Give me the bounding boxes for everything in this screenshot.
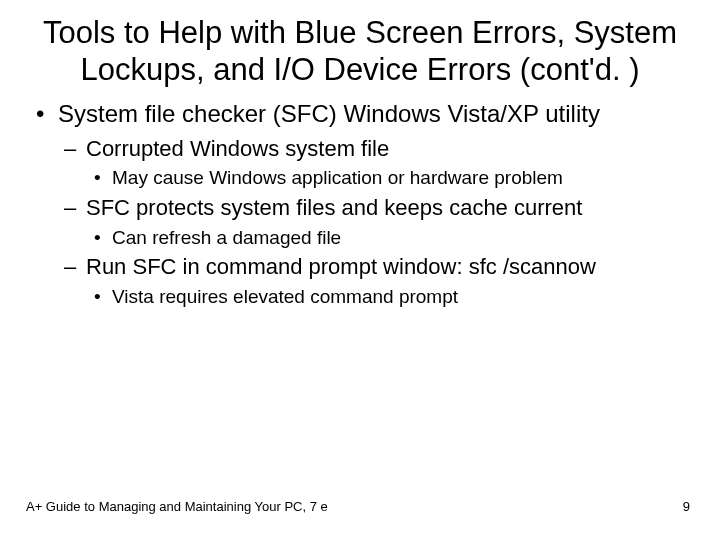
slide: Tools to Help with Blue Screen Errors, S… (0, 0, 720, 540)
slide-number: 9 (683, 499, 690, 514)
bullet-text: SFC protects system files and keeps cach… (86, 195, 582, 220)
bullet-text: May cause Windows application or hardwar… (112, 167, 563, 188)
bullet-text: Vista requires elevated command prompt (112, 286, 458, 307)
list-item: Can refresh a damaged file (86, 225, 692, 251)
bullet-text: Run SFC in command prompt window: sfc /s… (86, 254, 596, 279)
list-item: May cause Windows application or hardwar… (86, 165, 692, 191)
list-item: SFC protects system files and keeps cach… (58, 193, 692, 250)
slide-title: Tools to Help with Blue Screen Errors, S… (0, 0, 720, 88)
bullet-sub-sublist: Can refresh a damaged file (86, 225, 692, 251)
slide-body: System file checker (SFC) Windows Vista/… (0, 88, 720, 309)
bullet-sublist: Corrupted Windows system file May cause … (58, 134, 692, 310)
list-item: Vista requires elevated command prompt (86, 284, 692, 310)
bullet-text: Corrupted Windows system file (86, 136, 389, 161)
bullet-text: System file checker (SFC) Windows Vista/… (58, 100, 600, 127)
list-item: Corrupted Windows system file May cause … (58, 134, 692, 191)
bullet-sub-sublist: Vista requires elevated command prompt (86, 284, 692, 310)
bullet-list: System file checker (SFC) Windows Vista/… (28, 98, 692, 309)
list-item: Run SFC in command prompt window: sfc /s… (58, 252, 692, 309)
list-item: System file checker (SFC) Windows Vista/… (28, 98, 692, 309)
bullet-text: Can refresh a damaged file (112, 227, 341, 248)
footer-source: A+ Guide to Managing and Maintaining You… (26, 499, 328, 514)
bullet-sub-sublist: May cause Windows application or hardwar… (86, 165, 692, 191)
